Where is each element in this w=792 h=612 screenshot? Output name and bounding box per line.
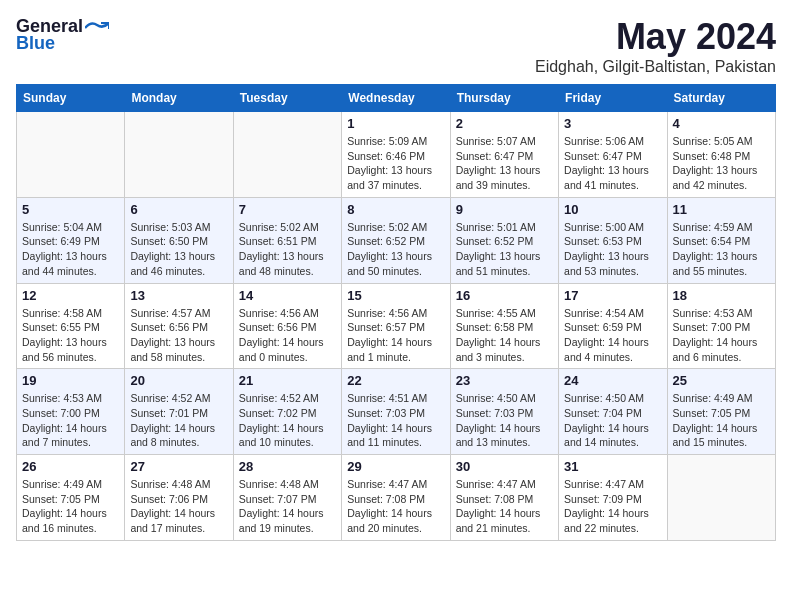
day-number: 4 [673,116,770,131]
day-number: 25 [673,373,770,388]
location-subtitle: Eidghah, Gilgit-Baltistan, Pakistan [535,58,776,76]
calendar-cell: 26Sunrise: 4:49 AM Sunset: 7:05 PM Dayli… [17,455,125,541]
calendar-cell: 22Sunrise: 4:51 AM Sunset: 7:03 PM Dayli… [342,369,450,455]
calendar-cell: 23Sunrise: 4:50 AM Sunset: 7:03 PM Dayli… [450,369,558,455]
day-number: 19 [22,373,119,388]
day-number: 22 [347,373,444,388]
day-number: 20 [130,373,227,388]
day-number: 3 [564,116,661,131]
calendar-cell: 16Sunrise: 4:55 AM Sunset: 6:58 PM Dayli… [450,283,558,369]
calendar-cell: 4Sunrise: 5:05 AM Sunset: 6:48 PM Daylig… [667,112,775,198]
day-info: Sunrise: 4:58 AM Sunset: 6:55 PM Dayligh… [22,306,119,365]
calendar-cell: 28Sunrise: 4:48 AM Sunset: 7:07 PM Dayli… [233,455,341,541]
calendar-week-row: 12Sunrise: 4:58 AM Sunset: 6:55 PM Dayli… [17,283,776,369]
calendar-week-row: 1Sunrise: 5:09 AM Sunset: 6:46 PM Daylig… [17,112,776,198]
day-number: 8 [347,202,444,217]
weekday-header-friday: Friday [559,85,667,112]
day-number: 29 [347,459,444,474]
day-number: 10 [564,202,661,217]
calendar-cell: 18Sunrise: 4:53 AM Sunset: 7:00 PM Dayli… [667,283,775,369]
day-number: 27 [130,459,227,474]
day-info: Sunrise: 4:56 AM Sunset: 6:56 PM Dayligh… [239,306,336,365]
calendar-cell: 29Sunrise: 4:47 AM Sunset: 7:08 PM Dayli… [342,455,450,541]
calendar-cell: 19Sunrise: 4:53 AM Sunset: 7:00 PM Dayli… [17,369,125,455]
calendar-cell: 9Sunrise: 5:01 AM Sunset: 6:52 PM Daylig… [450,197,558,283]
calendar-cell [125,112,233,198]
day-info: Sunrise: 4:48 AM Sunset: 7:07 PM Dayligh… [239,477,336,536]
calendar-cell [667,455,775,541]
calendar-cell: 30Sunrise: 4:47 AM Sunset: 7:08 PM Dayli… [450,455,558,541]
day-number: 13 [130,288,227,303]
calendar-cell: 1Sunrise: 5:09 AM Sunset: 6:46 PM Daylig… [342,112,450,198]
day-info: Sunrise: 4:53 AM Sunset: 7:00 PM Dayligh… [673,306,770,365]
calendar-cell: 27Sunrise: 4:48 AM Sunset: 7:06 PM Dayli… [125,455,233,541]
day-info: Sunrise: 5:07 AM Sunset: 6:47 PM Dayligh… [456,134,553,193]
day-info: Sunrise: 4:48 AM Sunset: 7:06 PM Dayligh… [130,477,227,536]
day-info: Sunrise: 5:05 AM Sunset: 6:48 PM Dayligh… [673,134,770,193]
calendar-cell: 13Sunrise: 4:57 AM Sunset: 6:56 PM Dayli… [125,283,233,369]
calendar-cell: 31Sunrise: 4:47 AM Sunset: 7:09 PM Dayli… [559,455,667,541]
title-section: May 2024 Eidghah, Gilgit-Baltistan, Paki… [535,16,776,76]
day-number: 24 [564,373,661,388]
day-info: Sunrise: 4:53 AM Sunset: 7:00 PM Dayligh… [22,391,119,450]
day-number: 12 [22,288,119,303]
day-number: 26 [22,459,119,474]
day-number: 7 [239,202,336,217]
day-number: 2 [456,116,553,131]
day-info: Sunrise: 4:47 AM Sunset: 7:09 PM Dayligh… [564,477,661,536]
calendar-table: SundayMondayTuesdayWednesdayThursdayFrid… [16,84,776,541]
day-number: 31 [564,459,661,474]
day-number: 18 [673,288,770,303]
calendar-week-row: 19Sunrise: 4:53 AM Sunset: 7:00 PM Dayli… [17,369,776,455]
weekday-header-saturday: Saturday [667,85,775,112]
day-number: 15 [347,288,444,303]
day-info: Sunrise: 4:47 AM Sunset: 7:08 PM Dayligh… [456,477,553,536]
day-info: Sunrise: 4:52 AM Sunset: 7:02 PM Dayligh… [239,391,336,450]
calendar-cell: 25Sunrise: 4:49 AM Sunset: 7:05 PM Dayli… [667,369,775,455]
calendar-cell: 12Sunrise: 4:58 AM Sunset: 6:55 PM Dayli… [17,283,125,369]
weekday-header-thursday: Thursday [450,85,558,112]
calendar-header-row: SundayMondayTuesdayWednesdayThursdayFrid… [17,85,776,112]
month-year-title: May 2024 [535,16,776,58]
day-info: Sunrise: 4:51 AM Sunset: 7:03 PM Dayligh… [347,391,444,450]
weekday-header-sunday: Sunday [17,85,125,112]
calendar-week-row: 26Sunrise: 4:49 AM Sunset: 7:05 PM Dayli… [17,455,776,541]
calendar-cell: 3Sunrise: 5:06 AM Sunset: 6:47 PM Daylig… [559,112,667,198]
calendar-cell: 11Sunrise: 4:59 AM Sunset: 6:54 PM Dayli… [667,197,775,283]
day-info: Sunrise: 4:52 AM Sunset: 7:01 PM Dayligh… [130,391,227,450]
day-info: Sunrise: 4:49 AM Sunset: 7:05 PM Dayligh… [22,477,119,536]
calendar-cell: 20Sunrise: 4:52 AM Sunset: 7:01 PM Dayli… [125,369,233,455]
day-number: 1 [347,116,444,131]
calendar-cell: 10Sunrise: 5:00 AM Sunset: 6:53 PM Dayli… [559,197,667,283]
weekday-header-tuesday: Tuesday [233,85,341,112]
weekday-header-wednesday: Wednesday [342,85,450,112]
day-info: Sunrise: 4:49 AM Sunset: 7:05 PM Dayligh… [673,391,770,450]
day-number: 6 [130,202,227,217]
day-number: 30 [456,459,553,474]
day-number: 5 [22,202,119,217]
day-info: Sunrise: 4:50 AM Sunset: 7:04 PM Dayligh… [564,391,661,450]
logo-blue: Blue [16,33,55,54]
calendar-cell: 21Sunrise: 4:52 AM Sunset: 7:02 PM Dayli… [233,369,341,455]
day-info: Sunrise: 5:06 AM Sunset: 6:47 PM Dayligh… [564,134,661,193]
calendar-cell: 7Sunrise: 5:02 AM Sunset: 6:51 PM Daylig… [233,197,341,283]
calendar-cell [17,112,125,198]
day-info: Sunrise: 4:56 AM Sunset: 6:57 PM Dayligh… [347,306,444,365]
day-number: 28 [239,459,336,474]
day-number: 14 [239,288,336,303]
day-info: Sunrise: 4:50 AM Sunset: 7:03 PM Dayligh… [456,391,553,450]
header: General Blue May 2024 Eidghah, Gilgit-Ba… [16,16,776,76]
day-info: Sunrise: 4:57 AM Sunset: 6:56 PM Dayligh… [130,306,227,365]
day-info: Sunrise: 5:00 AM Sunset: 6:53 PM Dayligh… [564,220,661,279]
day-info: Sunrise: 5:02 AM Sunset: 6:52 PM Dayligh… [347,220,444,279]
day-info: Sunrise: 4:55 AM Sunset: 6:58 PM Dayligh… [456,306,553,365]
calendar-cell: 2Sunrise: 5:07 AM Sunset: 6:47 PM Daylig… [450,112,558,198]
day-number: 16 [456,288,553,303]
day-number: 11 [673,202,770,217]
day-info: Sunrise: 5:09 AM Sunset: 6:46 PM Dayligh… [347,134,444,193]
day-info: Sunrise: 4:47 AM Sunset: 7:08 PM Dayligh… [347,477,444,536]
calendar-cell [233,112,341,198]
calendar-cell: 24Sunrise: 4:50 AM Sunset: 7:04 PM Dayli… [559,369,667,455]
calendar-cell: 14Sunrise: 4:56 AM Sunset: 6:56 PM Dayli… [233,283,341,369]
calendar-cell: 15Sunrise: 4:56 AM Sunset: 6:57 PM Dayli… [342,283,450,369]
